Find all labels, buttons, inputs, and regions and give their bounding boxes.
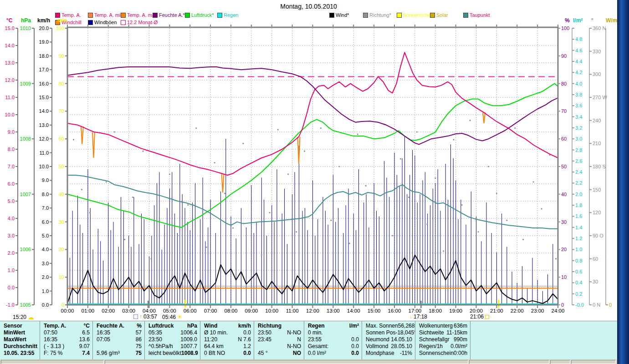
svg-text:70: 70: [59, 108, 64, 114]
table-cell-value: -18,045°: [395, 329, 415, 336]
sunset-time: 21:06: [470, 313, 484, 320]
table-cell-label: leicht bewölkt: [148, 350, 181, 357]
table-cell-label: Temp. A.: [44, 323, 66, 329]
svg-text:1010: 1010: [20, 25, 31, 31]
table-cell-label: 07:50: [44, 329, 57, 336]
svg-text:150: 150: [593, 187, 601, 192]
table-cell-label: 45 °: [258, 350, 267, 357]
svg-text:4.4: 4.4: [575, 59, 582, 64]
table-cell-value: 0.0l/m²: [450, 343, 467, 350]
svg-text:210: 210: [593, 141, 601, 146]
table-cell-label: 23:50: [258, 329, 271, 336]
svg-text:3.0: 3.0: [8, 233, 15, 238]
table-column-8: Wolkenunterg636mSichtweite11-15kmSchneef…: [415, 321, 470, 360]
svg-text:0: 0: [609, 302, 612, 308]
svg-text:19.0: 19.0: [39, 39, 49, 45]
table-column-1: Temp. A.°C07:506.516:3513.6( - 3.13 )9.0…: [40, 321, 93, 360]
svg-text:1.0: 1.0: [42, 288, 49, 294]
table-cell-label: 64.4 km: [204, 343, 224, 350]
moonrise-annotation: ↑ 03:57: [133, 313, 157, 320]
table-cell-value: 1008.9: [181, 350, 198, 357]
table-cell-label: 5.96 g/m³: [97, 350, 120, 357]
svg-text:1006: 1006: [20, 247, 31, 252]
svg-text:4.0: 4.0: [8, 216, 15, 221]
svg-text:0 N: 0 N: [593, 302, 600, 308]
svg-text:-0.0: -0.0: [575, 302, 584, 308]
svg-text:20: 20: [561, 247, 567, 252]
svg-text:15.0: 15.0: [5, 25, 15, 31]
svg-text:5.0: 5.0: [42, 233, 49, 238]
svg-text:10.0: 10.0: [39, 164, 49, 169]
svg-text:270 W: 270 W: [593, 95, 607, 100]
svg-text:10: 10: [59, 274, 64, 280]
table-cell-label: Gesamt:: [308, 343, 328, 350]
svg-text:4.2: 4.2: [575, 70, 582, 75]
moonset-time: 17:18: [414, 313, 427, 320]
svg-text:17.0: 17.0: [39, 67, 49, 72]
sunrise-time: 05:46: [162, 314, 176, 320]
table-cell-value: km/h: [238, 323, 251, 329]
table-cell-label: 23:55: [308, 336, 322, 343]
svg-text:1.0: 1.0: [575, 247, 582, 252]
statusbar-panel-4: [571, 360, 616, 364]
table-cell-label: Regen/1h: [419, 343, 443, 350]
svg-text:09:00: 09:00: [245, 308, 258, 313]
svg-text:30: 30: [561, 219, 567, 225]
svg-text:13:00: 13:00: [327, 308, 340, 313]
cloud-icon: ☁: [28, 313, 34, 321]
table-column-2: Feuchte A.%16:355707:0586755.96 g/m³75: [93, 321, 145, 360]
svg-text:3.8: 3.8: [575, 92, 582, 97]
svg-text:06:00: 06:00: [184, 308, 197, 313]
table-cell-value: 0.0: [351, 343, 359, 350]
svg-text:18.0: 18.0: [39, 53, 49, 59]
table-cell-value: 28.05.10: [391, 343, 412, 350]
svg-text:30: 30: [59, 219, 64, 225]
table-cell-value: 56,268°: [398, 323, 415, 329]
svg-text:03:00: 03:00: [122, 308, 135, 313]
table-cell-label: Max. Sonnen: [366, 323, 398, 329]
svg-text:100: 100: [561, 25, 569, 31]
svg-text:22:00: 22:00: [511, 308, 524, 313]
table-cell-value: 1.2: [243, 343, 251, 350]
table-cell-label: Ø 10 min.: [204, 329, 228, 336]
sun-below-horizon-icon: [485, 315, 489, 319]
svg-text:50: 50: [561, 164, 567, 169]
svg-text:30: 30: [593, 279, 598, 284]
svg-text:4.0: 4.0: [42, 247, 49, 252]
svg-text:10.0: 10.0: [5, 112, 15, 117]
svg-text:60: 60: [593, 256, 598, 262]
table-cell-value: 57: [136, 329, 142, 336]
svg-text:2.4: 2.4: [575, 169, 582, 175]
table-cell-value: hPa: [187, 323, 197, 329]
table-cell-value: 75: [136, 350, 142, 357]
table-cell-value: -11%: [400, 350, 412, 357]
svg-text:4.6: 4.6: [575, 48, 582, 53]
svg-text:5.0: 5.0: [8, 198, 15, 204]
table-cell-label: Feuchte A.: [97, 323, 124, 329]
svg-text:20:00: 20:00: [470, 308, 483, 313]
observation-time-annotation: 15:20 ☁: [13, 313, 34, 321]
table-cell-label: MinWert: [4, 329, 25, 336]
table-cell-value: 0.0: [351, 336, 359, 343]
table-cell-label: F: 75 %: [44, 350, 62, 357]
svg-text:13.0: 13.0: [39, 122, 49, 128]
svg-text:24:00: 24:00: [552, 308, 565, 313]
table-cell-label: 10.05. 23:55: [4, 350, 34, 357]
svg-text:2.0: 2.0: [575, 192, 582, 197]
table-cell-label: ( - 3.13 ): [44, 343, 64, 350]
table-cell-value: °C: [84, 323, 90, 329]
svg-text:90 O: 90 O: [593, 233, 603, 238]
svg-text:2.6: 2.6: [575, 158, 582, 164]
table-cell-value: 0.0: [351, 350, 359, 357]
axis-header-min: min: [57, 17, 67, 24]
table-cell-value: 86: [136, 336, 142, 343]
table-cell-label: 16:35: [97, 329, 110, 336]
svg-text:18:00: 18:00: [429, 308, 442, 313]
axis-header-hpa: hPa: [21, 17, 31, 24]
svg-text:50: 50: [59, 164, 64, 169]
svg-text:15.0: 15.0: [39, 95, 49, 100]
svg-text:16.0: 16.0: [39, 81, 49, 86]
table-cell-label: Sichtweite: [419, 329, 444, 336]
statusbar-panel-1: [105, 360, 468, 364]
table-cell-value: 990m: [454, 336, 467, 343]
